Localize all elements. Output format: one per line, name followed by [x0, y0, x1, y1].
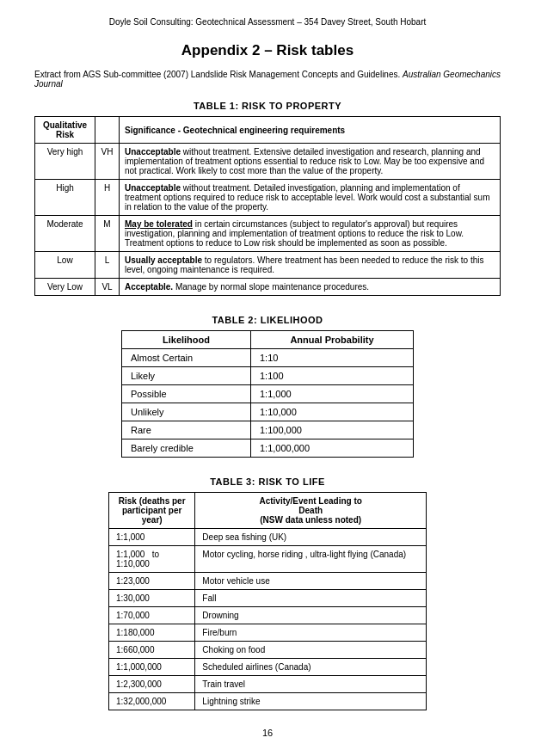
table-row: 1:1,000,000 Scheduled airlines (Canada) [109, 659, 427, 676]
table3-title: TABLE 3: RISK TO LIFE [210, 476, 325, 487]
table3-header-activity: Activity/Event Leading toDeath(NSW data … [195, 493, 427, 529]
table1: Qualitative Risk Significance - Geotechn… [34, 116, 501, 296]
table-row: Very Low VL Acceptable. Manage by normal… [35, 279, 501, 296]
table2: Likelihood Annual Probability Almost Cer… [121, 330, 414, 458]
table-row: 1:23,000 Motor vehicle use [109, 573, 427, 590]
table-row: Unlikely 1:10,000 [122, 403, 414, 421]
page: Doyle Soil Consulting: Geotechnical Asse… [0, 0, 535, 756]
table-row: 1:1,000 Deep sea fishing (UK) [109, 529, 427, 546]
table-row: 1:180,000 Fire/burn [109, 624, 427, 642]
page-header: Doyle Soil Consulting: Geotechnical Asse… [34, 17, 501, 27]
page-number: 16 [34, 728, 501, 738]
table-row: High H Unacceptable without treatment. D… [35, 180, 501, 216]
table-row: 1:32,000,000 Lightning strike [109, 693, 427, 710]
table3-wrap: TABLE 3: RISK TO LIFE Risk (deaths perpa… [34, 476, 501, 710]
table2-header-probability: Annual Probability [250, 331, 413, 349]
table1-title: TABLE 1: RISK TO PROPERTY [34, 101, 501, 111]
table3-header-risk: Risk (deaths perparticipant peryear) [109, 493, 195, 529]
table1-header-code [95, 117, 120, 144]
table1-header-qualitative: Qualitative Risk [35, 117, 95, 144]
table-row: Very high VH Unacceptable without treatm… [35, 144, 501, 180]
table-row: 1:1,000 to1:10,000 Motor cycling, horse … [109, 546, 427, 573]
table-row: Possible 1:1,000 [122, 385, 414, 403]
table-row: 1:2,300,000 Train travel [109, 676, 427, 693]
table2-title: TABLE 2: LIKELIHOOD [212, 315, 323, 325]
table-row: 1:660,000 Choking on food [109, 642, 427, 659]
table-row: Moderate M May be tolerated in certain c… [35, 216, 501, 252]
extract-text: Extract from AGS Sub-committee (2007) La… [34, 70, 501, 89]
table-row: Likely 1:100 [122, 367, 414, 385]
table3: Risk (deaths perparticipant peryear) Act… [108, 492, 427, 710]
header-text: Doyle Soil Consulting: Geotechnical Asse… [109, 17, 427, 27]
table-row: Barely credible 1:1,000,000 [122, 439, 414, 458]
table-row: Almost Certain 1:10 [122, 349, 414, 367]
table2-header-likelihood: Likelihood [122, 331, 251, 349]
table2-wrap: TABLE 2: LIKELIHOOD Likelihood Annual Pr… [34, 315, 501, 458]
table-row: Rare 1:100,000 [122, 421, 414, 439]
table1-header-significance: Significance - Geotechnical engineering … [120, 117, 501, 144]
appendix-title: Appendix 2 – Risk tables [34, 42, 501, 59]
table-row: 1:70,000 Drowning [109, 607, 427, 624]
table-row: 1:30,000 Fall [109, 590, 427, 607]
table-row: Low L Usually acceptable to regulators. … [35, 252, 501, 279]
